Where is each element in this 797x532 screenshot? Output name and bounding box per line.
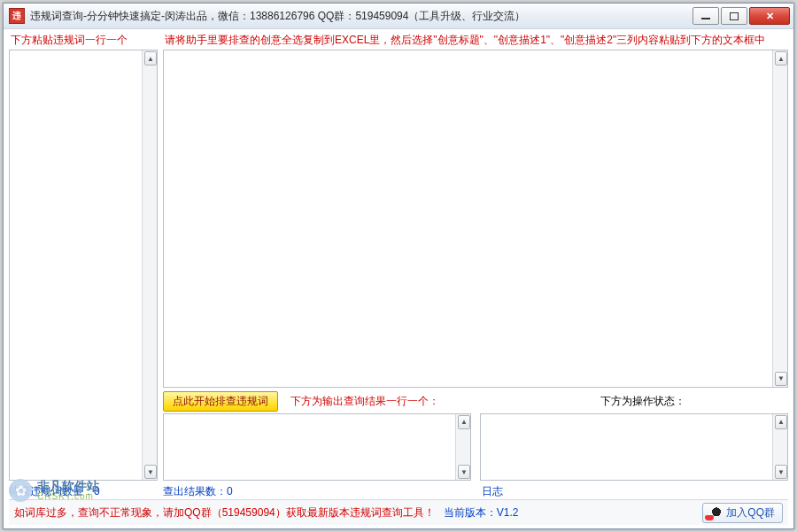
instructions-label: 请将助手里要排查的创意全选复制到EXCEL里，然后选择"创意标题"、"创意描述1… [165,33,788,48]
scroll-up-icon[interactable]: ▲ [775,51,787,66]
scrollbar[interactable]: ▲ ▼ [455,414,470,481]
scroll-down-icon[interactable]: ▼ [144,465,157,479]
title-bar[interactable]: 违 违规词查询-分分钟快速搞定-闵涛出品，微信：13886126796 QQ群：… [4,4,793,29]
right-column: 请将助手里要排查的创意全选复制到EXCEL里，然后选择"创意标题"、"创意描述1… [163,33,788,499]
scroll-down-icon[interactable]: ▼ [458,465,470,479]
start-check-button[interactable]: 点此开始排查违规词 [163,391,278,412]
result-count: 查出结果数：0 [163,484,482,499]
scroll-up-icon[interactable]: ▲ [775,415,787,429]
version-value: V1.2 [497,506,519,519]
violation-words-input[interactable]: ▲ ▼ [9,50,158,481]
scroll-down-icon[interactable]: ▼ [775,465,787,479]
watermark-icon: ✿ [9,479,32,502]
scroll-up-icon[interactable]: ▲ [458,415,470,429]
scrollbar[interactable]: ▲ ▼ [772,50,787,387]
scrollbar[interactable]: ▲ ▼ [772,414,787,481]
scroll-up-icon[interactable]: ▲ [144,51,157,66]
window-title: 违规词查询-分分钟快速搞定-闵涛出品，微信：13886126796 QQ群：51… [30,9,525,24]
status-label: 下方为操作状态： [600,394,685,409]
result-output[interactable]: ▲ ▼ [163,413,471,482]
status-output[interactable]: ▲ ▼ [480,413,788,482]
qq-icon [710,506,723,519]
app-window: 违 违规词查询-分分钟快速搞定-闵涛出品，微信：13886126796 QQ群：… [3,3,794,529]
left-column: 下方粘贴违规词一行一个 ▲ ▼ 待查违规词数量：0 [9,33,158,499]
version-label: 当前版本： [444,506,497,519]
join-qq-label: 加入QQ群 [726,505,775,520]
status-bar: 如词库过多，查询不正常现象，请加QQ群（519459094）获取最新版本违规词查… [9,499,788,525]
footer-message: 如词库过多，查询不正常现象，请加QQ群（519459094）获取最新版本违规词查… [14,506,435,519]
join-qq-group-button[interactable]: 加入QQ群 [702,503,783,523]
maximize-button[interactable] [721,7,747,25]
scrollbar[interactable]: ▲ ▼ [142,50,157,480]
close-button[interactable]: ✕ [749,7,790,25]
result-count-label: 查出结果数： [163,485,227,497]
creative-content-input[interactable]: ▲ ▼ [163,50,788,388]
watermark: ✿ 非凡软件站 CRSKY.com [9,479,99,502]
client-area: 下方粘贴违规词一行一个 ▲ ▼ 待查违规词数量：0 请将助手里要排查的创意全选复… [4,29,793,528]
watermark-name: 非凡软件站 [37,480,99,492]
minimize-button[interactable] [693,7,719,25]
left-label: 下方粘贴违规词一行一个 [11,33,158,48]
scroll-down-icon[interactable]: ▼ [775,372,787,386]
log-label: 日志 [482,484,503,499]
result-count-value: 0 [227,485,233,497]
watermark-domain: CRSKY.com [37,492,99,501]
app-icon: 违 [9,8,25,24]
result-label: 下方为输出查询结果一行一个： [290,394,600,409]
